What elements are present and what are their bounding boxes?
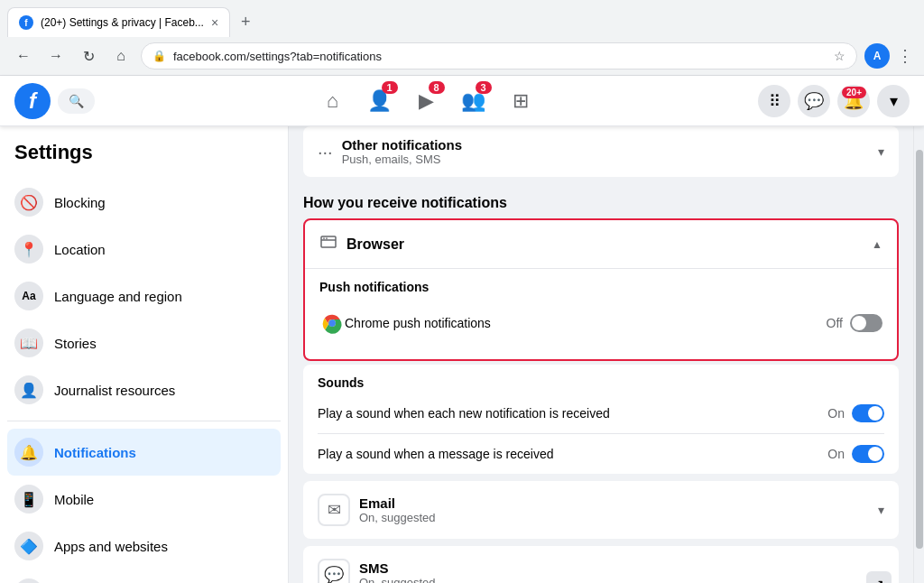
email-icon: ✉ bbox=[318, 494, 350, 526]
other-notifications-title: Other notifications bbox=[342, 137, 462, 153]
push-notifications-label: Push notifications bbox=[319, 269, 882, 301]
facebook-search[interactable]: 🔍 bbox=[58, 88, 95, 114]
sound-row-2-status: On bbox=[827, 447, 845, 461]
settings-title: Settings bbox=[7, 141, 281, 179]
nav-home-button[interactable]: ⌂ bbox=[311, 79, 355, 123]
location-icon: 📍 bbox=[14, 235, 43, 264]
facebook-logo[interactable]: f bbox=[14, 83, 51, 119]
other-notifications-subtitle: Push, emails, SMS bbox=[342, 153, 462, 166]
email-card[interactable]: ✉ Email On, suggested ▾ bbox=[303, 481, 899, 539]
sidebar-item-games[interactable]: 📊 Instant Games bbox=[7, 569, 281, 583]
email-card-header[interactable]: ✉ Email On, suggested ▾ bbox=[303, 481, 899, 539]
nav-groups-button[interactable]: 👥 3 bbox=[452, 79, 495, 123]
chrome-push-status: Off bbox=[827, 316, 843, 330]
sidebar-item-stories[interactable]: 📖 Stories bbox=[7, 319, 281, 366]
forward-button[interactable]: → bbox=[43, 43, 69, 69]
lock-icon: 🔒 bbox=[152, 50, 166, 62]
settings-content: ··· Other notifications Push, emails, SM… bbox=[289, 126, 913, 583]
active-tab[interactable]: f (20+) Settings & privacy | Faceb... × bbox=[7, 7, 230, 37]
sounds-section: Sounds Play a sound when each new notifi… bbox=[303, 365, 899, 474]
sound-row-1-status: On bbox=[827, 406, 845, 421]
browser-card-chevron-icon: ▲ bbox=[872, 238, 882, 251]
journalist-icon: 👤 bbox=[14, 375, 43, 404]
vertical-scroll-thumb[interactable] bbox=[916, 150, 923, 549]
messenger-button[interactable]: 💬 bbox=[798, 85, 830, 117]
stories-label: Stories bbox=[54, 336, 97, 351]
sidebar-item-mobile[interactable]: 📱 Mobile bbox=[7, 476, 281, 523]
sidebar-item-location[interactable]: 📍 Location bbox=[7, 226, 281, 273]
sms-card-title: SMS bbox=[359, 560, 869, 576]
other-notifications-card[interactable]: ··· Other notifications Push, emails, SM… bbox=[303, 126, 899, 177]
email-card-info: Email On, suggested bbox=[359, 495, 869, 524]
nav-friends-button[interactable]: 👤 1 bbox=[358, 79, 402, 123]
sidebar-item-language[interactable]: Aa Language and region bbox=[7, 273, 281, 319]
url-actions: ☆ bbox=[834, 49, 845, 63]
settings-sidebar: Settings 🚫 Blocking 📍 Location Aa Langua… bbox=[0, 126, 289, 583]
facebook-navbar: f 🔍 ⌂ 👤 1 ▶ 8 👥 3 ⊞ ⠿ 💬 🔔 20+ ▾ bbox=[0, 76, 924, 126]
sidebar-item-notifications[interactable]: 🔔 Notifications bbox=[7, 429, 281, 476]
nav-watch-button[interactable]: ▶ 8 bbox=[405, 79, 448, 123]
sidebar-item-apps[interactable]: 🔷 Apps and websites bbox=[7, 523, 281, 569]
sidebar-item-journalist[interactable]: 👤 Journalist resources bbox=[7, 366, 281, 413]
sound-toggle-1[interactable] bbox=[852, 404, 884, 422]
tab-bar: f (20+) Settings & privacy | Faceb... × … bbox=[0, 0, 924, 37]
apps-grid-button[interactable]: ⠿ bbox=[758, 85, 790, 117]
facebook-nav-icons: ⌂ 👤 1 ▶ 8 👥 3 ⊞ bbox=[95, 79, 758, 123]
section-title: How you receive notifications bbox=[303, 184, 899, 218]
back-button[interactable]: ← bbox=[11, 43, 36, 69]
chrome-push-toggle[interactable] bbox=[850, 314, 882, 332]
sms-card[interactable]: 💬 SMS On, suggested ▾ ↗ bbox=[303, 546, 899, 583]
profile-button[interactable]: A bbox=[864, 43, 890, 69]
home-button[interactable]: ⌂ bbox=[108, 43, 134, 69]
sound-row-1: Play a sound when each new notification … bbox=[318, 393, 884, 434]
sms-card-header[interactable]: 💬 SMS On, suggested ▾ bbox=[303, 546, 899, 583]
tab-favicon: f bbox=[19, 15, 33, 30]
sound-toggle-2[interactable] bbox=[852, 445, 884, 463]
browser-chrome: f (20+) Settings & privacy | Faceb... × … bbox=[0, 0, 924, 76]
main-layout: Settings 🚫 Blocking 📍 Location Aa Langua… bbox=[0, 126, 924, 583]
blocking-label: Blocking bbox=[54, 195, 106, 210]
apps-icon: 🔷 bbox=[14, 532, 43, 560]
watch-badge: 8 bbox=[429, 81, 445, 94]
browser-card-body: Push notifications bbox=[305, 268, 897, 359]
location-label: Location bbox=[54, 242, 106, 257]
language-icon: Aa bbox=[14, 282, 43, 310]
browser-card-header[interactable]: Browser ▲ bbox=[305, 220, 897, 268]
tab-title: (20+) Settings & privacy | Faceb... bbox=[41, 16, 204, 29]
notifications-label: Notifications bbox=[54, 445, 136, 460]
star-button[interactable]: ☆ bbox=[834, 49, 845, 63]
chrome-push-label: Chrome push notifications bbox=[345, 316, 827, 330]
sound-row-2-label: Play a sound when a message is received bbox=[318, 447, 827, 461]
games-icon: 📊 bbox=[14, 578, 43, 583]
sidebar-item-blocking[interactable]: 🚫 Blocking bbox=[7, 179, 281, 226]
blocking-icon: 🚫 bbox=[14, 188, 43, 217]
mobile-icon: 📱 bbox=[14, 485, 43, 514]
other-notifications-chevron-icon: ▾ bbox=[878, 144, 884, 159]
notifications-icon: 🔔 bbox=[14, 438, 43, 467]
sound-row-2: Play a sound when a message is received … bbox=[318, 434, 884, 474]
browser-card-title: Browser bbox=[346, 236, 863, 253]
nav-marketplace-button[interactable]: ⊞ bbox=[499, 79, 542, 123]
refresh-button[interactable]: ↻ bbox=[76, 43, 101, 69]
account-menu-button[interactable]: ▾ bbox=[877, 85, 910, 117]
url-bar[interactable]: 🔒 facebook.com/settings?tab=notification… bbox=[141, 42, 857, 69]
search-icon: 🔍 bbox=[69, 94, 84, 108]
sms-card-info: SMS On, suggested bbox=[359, 560, 869, 583]
mobile-label: Mobile bbox=[54, 492, 94, 507]
browser-card: Browser ▲ Push notifications bbox=[303, 218, 899, 361]
tab-close-button[interactable]: × bbox=[211, 15, 218, 30]
popup-icon-button[interactable]: ↗ bbox=[866, 571, 892, 583]
friends-badge: 1 bbox=[382, 81, 398, 94]
other-notifications-info: Other notifications Push, emails, SMS bbox=[342, 137, 462, 166]
new-tab-button[interactable]: + bbox=[234, 9, 258, 35]
language-label: Language and region bbox=[54, 289, 182, 304]
notifications-bell-button[interactable]: 🔔 20+ bbox=[837, 85, 870, 117]
journalist-label: Journalist resources bbox=[54, 383, 175, 398]
sidebar-divider bbox=[7, 421, 281, 421]
browser-menu-button[interactable]: ⋮ bbox=[897, 46, 913, 66]
chrome-icon bbox=[319, 310, 345, 336]
email-card-title: Email bbox=[359, 495, 869, 511]
chrome-push-row: Chrome push notifications Off bbox=[319, 301, 882, 345]
vertical-scrollbar[interactable] bbox=[913, 126, 924, 583]
sms-card-subtitle: On, suggested bbox=[359, 576, 869, 583]
